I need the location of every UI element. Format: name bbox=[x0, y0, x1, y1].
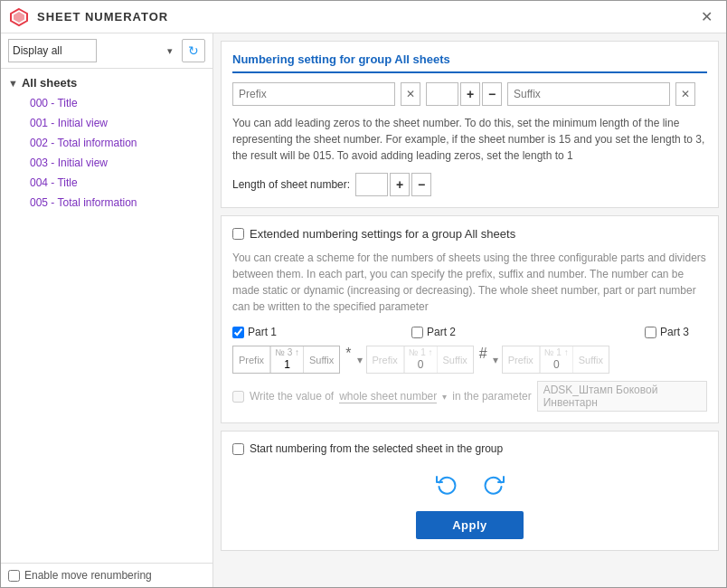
part1-num-group: № 3 ↑ 1 bbox=[270, 346, 304, 373]
extended-section: Extended numbering settings for a group … bbox=[221, 215, 719, 423]
part2-num-group: № 1 ↑ 0 bbox=[404, 346, 438, 373]
list-item[interactable]: 003 - Initial view bbox=[1, 153, 212, 173]
write-param-dropdown[interactable]: whole sheet number bbox=[339, 390, 437, 403]
part1-group: Prefix № 3 ↑ 1 Suffix bbox=[232, 346, 340, 374]
tree-arrow: ▼ bbox=[8, 78, 18, 89]
number-input-group: 0 + − bbox=[426, 82, 502, 106]
item-label: 005 - Total information bbox=[30, 196, 137, 209]
redo-button[interactable] bbox=[479, 469, 508, 498]
part2-label[interactable]: Part 2 bbox=[411, 326, 456, 338]
write-param-checkbox bbox=[232, 391, 244, 403]
enable-move-renumbering-text: Enable move renumbering bbox=[24, 569, 152, 582]
prefix-suffix-row: ✕ 0 + − ✕ bbox=[232, 82, 707, 106]
svg-marker-1 bbox=[14, 12, 24, 23]
write-param-middle-label: in the parameter bbox=[452, 390, 531, 403]
part3-num-val: 0 bbox=[543, 357, 569, 373]
length-input-group: 3 + − bbox=[355, 173, 431, 196]
start-numbering-checkbox[interactable] bbox=[232, 443, 244, 455]
write-param-row: Write the value of whole sheet number ▾ … bbox=[232, 381, 707, 412]
parts-check-row: Part 1 Part 2 Part 3 bbox=[232, 326, 707, 338]
part2-group: Prefix № 1 ↑ 0 Suffix bbox=[366, 346, 474, 374]
part1-prefix-label: Prefix bbox=[233, 346, 270, 373]
part3-num-label: № 1 ↑ bbox=[541, 346, 572, 357]
number-plus-button[interactable]: + bbox=[460, 82, 480, 106]
number-input[interactable]: 0 bbox=[426, 82, 458, 106]
window-title: SHEET NUMERATOR bbox=[37, 10, 694, 24]
numbering-section-header: Numbering setting for group All sheets bbox=[232, 52, 707, 73]
part3-group: Prefix № 1 ↑ 0 Suffix bbox=[502, 346, 609, 374]
part1-label[interactable]: Part 1 bbox=[232, 326, 277, 338]
action-row bbox=[232, 469, 707, 498]
prefix-input[interactable] bbox=[232, 82, 395, 106]
left-panel: Display allDisplay selected ↻ ▼ All shee… bbox=[1, 33, 213, 587]
item-label: 000 - Title bbox=[30, 97, 78, 109]
close-button[interactable]: ✕ bbox=[694, 5, 719, 30]
left-toolbar: Display allDisplay selected ↻ bbox=[1, 33, 212, 69]
enable-move-renumbering-checkbox[interactable] bbox=[8, 570, 20, 582]
part2-num-label: № 1 ↑ bbox=[405, 346, 437, 357]
length-plus-button[interactable]: + bbox=[390, 173, 410, 196]
display-dropdown-wrapper: Display allDisplay selected bbox=[8, 39, 178, 62]
part1-suffix-label: Suffix bbox=[304, 353, 339, 367]
start-numbering-row: Start numbering from the selected sheet … bbox=[232, 442, 707, 455]
divider1: * bbox=[344, 346, 353, 374]
help-text: You can add leading zeros to the sheet n… bbox=[232, 115, 707, 164]
list-item[interactable]: 001 - Initial view bbox=[1, 113, 212, 133]
enable-move-renumbering-label[interactable]: Enable move renumbering bbox=[8, 569, 152, 582]
part2-suffix-label: Suffix bbox=[438, 353, 473, 367]
undo-button[interactable] bbox=[432, 469, 461, 498]
bottom-section: Start numbering from the selected sheet … bbox=[221, 431, 719, 551]
part1-label-text: Part 1 bbox=[248, 326, 277, 338]
part2-checkbox[interactable] bbox=[411, 327, 423, 338]
number-minus-button[interactable]: − bbox=[482, 82, 502, 106]
list-item[interactable]: 005 - Total information bbox=[1, 193, 212, 213]
extended-header-row: Extended numbering settings for a group … bbox=[232, 227, 707, 241]
suffix-clear-button[interactable]: ✕ bbox=[675, 82, 695, 106]
part3-num-group: № 1 ↑ 0 bbox=[540, 346, 573, 373]
refresh-button[interactable]: ↻ bbox=[182, 39, 205, 62]
list-item[interactable]: 002 - Total information bbox=[1, 133, 212, 153]
part2-num-val: 0 bbox=[408, 357, 433, 373]
main-content: Display allDisplay selected ↻ ▼ All shee… bbox=[1, 33, 726, 587]
divider2: # bbox=[477, 346, 489, 374]
extended-desc: You can create a scheme for the numbers … bbox=[232, 250, 707, 315]
item-label: 004 - Title bbox=[30, 176, 78, 189]
apply-button[interactable]: Apply bbox=[416, 511, 524, 539]
parts-inputs-row: Prefix № 3 ↑ 1 Suffix * ▾ Prefix № 1 ↑ bbox=[232, 346, 707, 374]
part2-label-text: Part 2 bbox=[427, 326, 456, 338]
tree-root-label: All sheets bbox=[22, 76, 77, 90]
list-item[interactable]: 000 - Title bbox=[1, 93, 212, 113]
part3-checkbox[interactable] bbox=[645, 327, 656, 338]
app-logo bbox=[8, 6, 30, 28]
part3-label[interactable]: Part 3 bbox=[645, 326, 689, 338]
list-item[interactable]: 004 - Title bbox=[1, 173, 212, 193]
part3-label-text: Part 3 bbox=[660, 326, 689, 338]
suffix-input[interactable] bbox=[507, 82, 670, 106]
tree-root[interactable]: ▼ All sheets bbox=[1, 72, 212, 93]
item-label: 002 - Total information bbox=[30, 137, 137, 149]
part3-prefix-label: Prefix bbox=[503, 346, 540, 373]
part3-suffix-label: Suffix bbox=[573, 353, 609, 367]
start-numbering-label: Start numbering from the selected sheet … bbox=[250, 442, 503, 455]
item-label: 001 - Initial view bbox=[30, 117, 108, 129]
display-dropdown[interactable]: Display allDisplay selected bbox=[8, 39, 97, 62]
item-label: 003 - Initial view bbox=[30, 156, 108, 169]
length-label: Length of sheet number: bbox=[232, 178, 350, 191]
part1-num-val: 1 bbox=[275, 357, 300, 373]
titlebar: SHEET NUMERATOR ✕ bbox=[1, 1, 726, 33]
write-param-field: ADSK_Штамп Боковой Инвентарн bbox=[537, 381, 707, 412]
prefix-clear-button[interactable]: ✕ bbox=[401, 82, 420, 106]
extended-section-checkbox[interactable] bbox=[232, 228, 244, 240]
write-param-label: Write the value of bbox=[250, 390, 334, 403]
part1-num-label: № 3 ↑ bbox=[271, 346, 303, 357]
main-window: SHEET NUMERATOR ✕ Display allDisplay sel… bbox=[0, 0, 727, 588]
length-row: Length of sheet number: 3 + − bbox=[232, 173, 707, 196]
part2-prefix-label: Prefix bbox=[367, 346, 404, 373]
length-minus-button[interactable]: − bbox=[411, 173, 431, 196]
extended-section-label: Extended numbering settings for a group … bbox=[250, 227, 515, 241]
left-footer: Enable move renumbering bbox=[1, 563, 212, 587]
length-input[interactable]: 3 bbox=[355, 173, 388, 196]
right-panel: Numbering setting for group All sheets ✕… bbox=[213, 33, 726, 587]
numbering-section: Numbering setting for group All sheets ✕… bbox=[221, 41, 719, 208]
part1-checkbox[interactable] bbox=[232, 327, 244, 338]
